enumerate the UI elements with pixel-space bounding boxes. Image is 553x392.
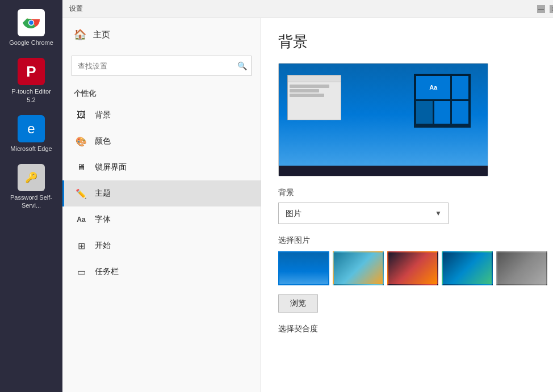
nav-home-item[interactable]: 🏠 主页 xyxy=(62,18,261,51)
search-icon-button[interactable]: 🔍 xyxy=(237,61,247,70)
win-preview-tile-2 xyxy=(416,101,433,124)
win-preview-tile-1 xyxy=(452,76,468,99)
svg-point-3 xyxy=(29,20,33,25)
background-nav-icon: 🖼 xyxy=(76,109,87,121)
nav-item-lockscreen[interactable]: 🖥 锁屏界面 xyxy=(62,154,261,180)
win-preview-start-menu: Aa xyxy=(414,74,471,128)
win-preview-tile-4 xyxy=(452,101,468,124)
win-preview-tile-3 xyxy=(434,101,451,124)
background-dropdown-wrapper: 图片 纯色 幻灯片放映 ▼ xyxy=(278,203,449,224)
fonts-nav-icon: Aa xyxy=(76,214,87,225)
search-box-container: 🔍 xyxy=(62,51,261,83)
win-preview-line-2 xyxy=(290,89,319,92)
browse-button[interactable]: 浏览 xyxy=(278,294,318,313)
chrome-icon-img xyxy=(18,9,45,36)
nav-item-colors[interactable]: 🎨 颜色 xyxy=(62,128,261,154)
win-preview-window-titlebar xyxy=(288,75,341,82)
settings-body: 🏠 主页 🔍 个性化 🖼 背景 🎨 颜色 🖥 xyxy=(62,18,553,392)
pwself-icon-img: 🔑 xyxy=(18,164,45,191)
nav-item-taskbar[interactable]: ▭ 任务栏 xyxy=(62,259,261,285)
titlebar-title: 设置 xyxy=(69,4,83,14)
thumbnail-5[interactable] xyxy=(496,251,547,285)
win-preview-line-1 xyxy=(290,85,329,88)
choose-picture-label: 选择图片 xyxy=(278,235,547,246)
colors-nav-icon: 🎨 xyxy=(76,136,87,147)
settings-content: 背景 xyxy=(261,18,553,392)
edge-icon-img: e xyxy=(18,115,45,142)
win-preview-tile-grid: Aa xyxy=(414,74,471,128)
settings-titlebar: 设置 — □ xyxy=(62,0,553,18)
themes-nav-icon: ✏️ xyxy=(76,188,87,199)
desktop-icon-ptouch[interactable]: P P-touch Editor 5.2 xyxy=(6,54,56,107)
home-icon: 🏠 xyxy=(74,28,86,41)
nav-home-label: 主页 xyxy=(93,29,110,40)
page-title: 背景 xyxy=(278,32,547,52)
nav-item-taskbar-label: 任务栏 xyxy=(95,267,119,277)
lockscreen-nav-icon: 🖥 xyxy=(76,162,87,173)
win-preview-bg: Aa xyxy=(279,64,488,176)
nav-item-lockscreen-label: 锁屏界面 xyxy=(95,162,127,172)
edge-label: Microsoft Edge xyxy=(10,145,52,153)
background-dropdown[interactable]: 图片 纯色 幻灯片放映 xyxy=(278,203,449,224)
nav-item-themes[interactable]: ✏️ 主题 xyxy=(62,180,261,206)
nav-item-background-label: 背景 xyxy=(95,110,111,120)
desktop-icon-edge[interactable]: e Microsoft Edge xyxy=(6,112,56,156)
thumbnail-4[interactable] xyxy=(442,251,493,285)
chrome-label: Google Chrome xyxy=(9,39,53,47)
nav-item-background[interactable]: 🖼 背景 xyxy=(62,102,261,128)
pwself-label: Password Self-Servi... xyxy=(9,193,54,210)
nav-item-start[interactable]: ⊞ 开始 xyxy=(62,233,261,259)
start-nav-icon: ⊞ xyxy=(76,240,87,251)
thumbnail-2[interactable] xyxy=(333,251,384,285)
thumbnail-row xyxy=(278,251,547,285)
maximize-button[interactable]: □ xyxy=(550,5,553,13)
search-wrapper: 🔍 xyxy=(72,56,252,76)
nav-section-title: 个性化 xyxy=(62,83,261,102)
ptouch-icon-img: P xyxy=(18,58,45,85)
win-preview-window-content xyxy=(288,82,341,99)
nav-item-fonts-label: 字体 xyxy=(95,214,111,225)
settings-nav: 🏠 主页 🔍 个性化 🖼 背景 🎨 颜色 🖥 xyxy=(62,18,261,392)
settings-window: 设置 — □ 🏠 主页 🔍 个性化 🖼 xyxy=(62,0,553,392)
desktop-icon-chrome[interactable]: Google Chrome xyxy=(6,6,56,50)
thumbnail-3[interactable] xyxy=(387,251,438,285)
desktop-sidebar: Google Chrome P P-touch Editor 5.2 e Mic… xyxy=(0,0,62,392)
background-section-label: 背景 xyxy=(278,188,547,198)
nav-item-start-label: 开始 xyxy=(95,241,111,251)
ptouch-label: P-touch Editor 5.2 xyxy=(9,87,54,104)
win-preview-taskbar xyxy=(279,166,488,176)
desktop-icon-pwself[interactable]: 🔑 Password Self-Servi... xyxy=(6,161,56,213)
search-input[interactable] xyxy=(72,56,252,76)
chrome-logo-svg xyxy=(21,12,41,33)
win-preview-window xyxy=(287,75,341,120)
nav-item-themes-label: 主题 xyxy=(95,188,111,199)
win-preview-tile-large: Aa xyxy=(416,76,450,99)
minimize-button[interactable]: — xyxy=(537,5,545,13)
nav-item-fonts[interactable]: Aa 字体 xyxy=(62,206,261,233)
desktop-preview: Aa xyxy=(278,63,488,176)
titlebar-controls: — □ xyxy=(537,5,553,13)
nav-item-colors-label: 颜色 xyxy=(95,136,111,146)
fit-label: 选择契合度 xyxy=(278,324,547,334)
thumbnail-1[interactable] xyxy=(278,251,329,285)
taskbar-nav-icon: ▭ xyxy=(76,266,87,277)
win-preview-line-3 xyxy=(290,94,324,97)
